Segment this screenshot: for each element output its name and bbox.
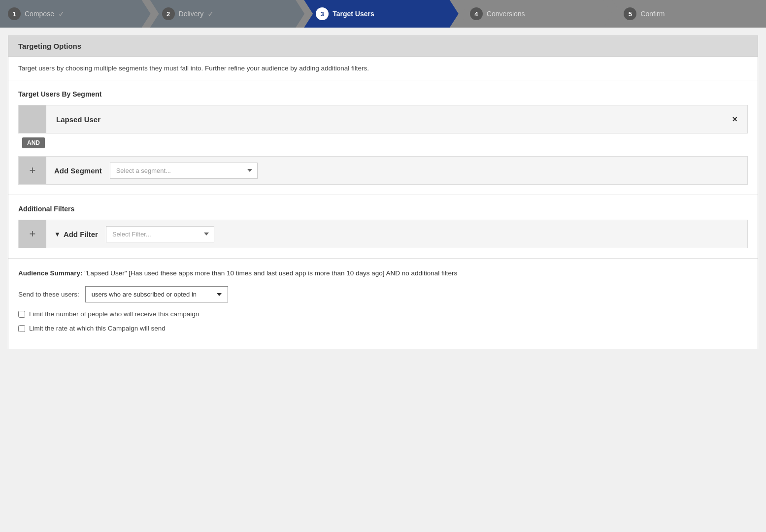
segment-section: Target Users By Segment Lapsed User × AN…	[8, 80, 758, 195]
main-content: Targeting Options Target users by choosi…	[8, 35, 758, 349]
check-compose: ✓	[58, 9, 65, 19]
send-to-row: Send to these users: users who are subsc…	[18, 286, 748, 302]
send-to-label: Send to these users:	[18, 291, 79, 298]
audience-summary-label: Audience Summary:	[18, 269, 83, 277]
add-segment-icon-box[interactable]: +	[19, 157, 46, 184]
step-label-delivery: Delivery	[179, 10, 204, 18]
segment-select[interactable]: Select a segment...	[110, 163, 258, 179]
limit-number-label: Limit the number of people who will rece…	[29, 310, 199, 318]
step-label-conversions: Conversions	[487, 10, 525, 18]
audience-summary-text: Audience Summary: "Lapsed User" [Has use…	[18, 268, 748, 278]
wizard-step-target-users[interactable]: 3 Target Users	[304, 0, 459, 28]
audience-summary-detail: "Lapsed User" [Has used these apps more …	[84, 269, 457, 277]
targeting-options-header: Targeting Options	[8, 36, 758, 57]
limit-rate-checkbox[interactable]	[18, 325, 25, 332]
lapsed-user-segment-row: Lapsed User ×	[18, 105, 748, 133]
add-filter-label: ▼ Add Filter	[46, 230, 106, 238]
step-label-compose: Compose	[25, 10, 54, 18]
segment-name: Lapsed User	[46, 115, 722, 124]
wizard-bar: 1 Compose ✓ 2 Delivery ✓ 3 Target Users …	[0, 0, 766, 28]
filters-title: Additional Filters	[18, 205, 748, 213]
segment-icon-box	[19, 105, 46, 133]
wizard-step-conversions[interactable]: 4 Conversions	[458, 0, 613, 28]
filters-section: Additional Filters + ▼ Add Filter Select…	[8, 195, 758, 259]
wizard-step-confirm[interactable]: 5 Confirm	[612, 0, 766, 28]
segment-section-title: Target Users By Segment	[18, 90, 748, 98]
wizard-step-compose[interactable]: 1 Compose ✓	[0, 0, 151, 28]
targeting-options-title: Targeting Options	[18, 42, 81, 50]
audience-section: Audience Summary: "Lapsed User" [Has use…	[8, 259, 758, 349]
targeting-description: Target users by choosing multiple segmen…	[8, 57, 758, 80]
limit-number-checkbox[interactable]	[18, 311, 25, 318]
step-label-confirm: Confirm	[640, 10, 665, 18]
filter-icon: ▼	[54, 231, 61, 238]
step-num-confirm: 5	[624, 7, 636, 20]
filter-select[interactable]: Select Filter...	[106, 226, 214, 242]
limit-number-row: Limit the number of people who will rece…	[18, 310, 748, 318]
limit-rate-row: Limit the rate at which this Campaign wi…	[18, 325, 748, 332]
limit-rate-label: Limit the rate at which this Campaign wi…	[29, 325, 166, 332]
send-to-select[interactable]: users who are subscribed or opted in	[85, 286, 228, 302]
and-connector: AND	[22, 137, 45, 148]
wizard-step-delivery[interactable]: 2 Delivery ✓	[150, 0, 305, 28]
step-label-target: Target Users	[333, 10, 374, 18]
step-num-delivery: 2	[162, 7, 175, 20]
add-segment-label: Add Segment	[46, 166, 110, 175]
add-segment-row: + Add Segment Select a segment...	[18, 156, 748, 185]
remove-segment-button[interactable]: ×	[722, 114, 747, 125]
check-delivery: ✓	[207, 9, 214, 19]
step-num-conversions: 4	[470, 7, 483, 20]
step-num-compose: 1	[8, 7, 21, 20]
add-filter-icon-box[interactable]: +	[19, 220, 46, 248]
filter-row: + ▼ Add Filter Select Filter...	[18, 220, 748, 248]
step-num-target: 3	[316, 7, 329, 20]
